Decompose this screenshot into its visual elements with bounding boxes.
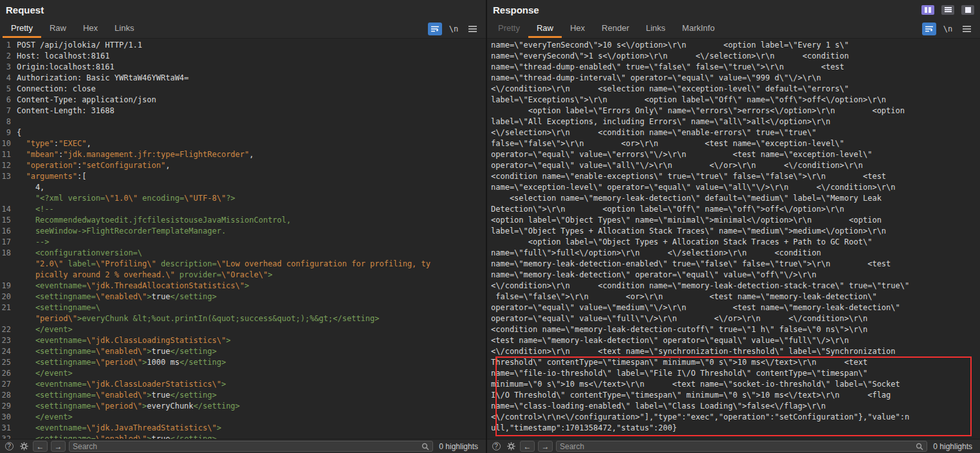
tab-response-hex[interactable]: Hex bbox=[562, 19, 593, 38]
code-line: 26 </event> bbox=[0, 368, 486, 379]
code-line: 11 "mbean":"jdk.management.jfr:type=Flig… bbox=[0, 149, 486, 160]
single-layout-button[interactable] bbox=[961, 5, 974, 15]
wrap-icon bbox=[925, 25, 934, 33]
code-line: false=\"false\">\r\n <or>\r\n <test name… bbox=[487, 291, 980, 302]
code-line: name=\"memory-leak-detection-enabled\" t… bbox=[487, 259, 980, 270]
code-line: 20 <settingname=\"enabled\">true</settin… bbox=[0, 291, 486, 302]
wrap-icon bbox=[430, 25, 439, 33]
code-line: 24 <settingname=\"enabled\">true</settin… bbox=[0, 346, 486, 357]
code-line: <test name=\"memory-leak-detection\" ope… bbox=[487, 335, 980, 346]
response-panel: Response Pretty Raw Hex Rende bbox=[487, 0, 980, 453]
code-line: name=\"memory-leak-detection\" operator=… bbox=[487, 270, 980, 281]
previous-match-button[interactable]: ← bbox=[520, 441, 535, 452]
response-panel-title: Response bbox=[493, 5, 539, 15]
editor-menu-button[interactable] bbox=[465, 23, 479, 35]
code-line: name=\"thread-dump-interval\" operator=\… bbox=[487, 73, 980, 84]
next-match-button[interactable]: → bbox=[51, 441, 66, 452]
code-line: 9{ bbox=[0, 127, 486, 138]
response-editor[interactable]: name=\"everyTenSecond\">10 s<\/option>\r… bbox=[487, 39, 980, 439]
response-search-bar: ? ← → bbox=[487, 439, 980, 453]
tab-response-links[interactable]: Links bbox=[638, 19, 674, 38]
response-editor-tools: \n bbox=[922, 19, 977, 38]
request-editor-tools: \n bbox=[428, 19, 483, 38]
tab-request-links[interactable]: Links bbox=[106, 19, 142, 38]
code-line: operator=\"equal\" value=\"medium\"\/>\r… bbox=[487, 302, 980, 313]
code-line: pically around 2 % overhead.\" provider=… bbox=[0, 270, 486, 281]
response-code: name=\"everyTenSecond\">10 s<\/option>\r… bbox=[487, 40, 980, 434]
code-line: 28 <settingname=\"enabled\">true</settin… bbox=[0, 390, 486, 401]
code-line: 15 Recommendedwaytoedit.jfcfilesistouseJ… bbox=[0, 215, 486, 226]
response-title-row: Response bbox=[487, 0, 980, 19]
code-line: label=\"Exceptions\">\r\n <option label=… bbox=[487, 95, 980, 106]
code-line: 17 --> bbox=[0, 237, 486, 248]
code-line: <condition name=\"memory-leak-detection-… bbox=[487, 324, 980, 335]
search-input[interactable] bbox=[560, 442, 916, 451]
newline-toggle-button[interactable]: \n bbox=[941, 23, 955, 35]
search-icon bbox=[916, 443, 923, 450]
code-line: 30 </event> bbox=[0, 412, 486, 423]
code-line: 2Host: localhost:8161 bbox=[0, 51, 486, 62]
code-line: false=\"false\">\r\n <or>\r\n <test name… bbox=[487, 138, 980, 149]
help-button[interactable]: ? bbox=[3, 441, 15, 452]
hamburger-menu-icon bbox=[963, 26, 971, 32]
code-line: 18 <configurationversion=\ bbox=[0, 248, 486, 259]
code-line: 5Connection: close bbox=[0, 84, 486, 95]
code-line: 6Content-Type: application/json bbox=[0, 95, 486, 106]
code-line: 31 <eventname=\"jdk.JavaThreadStatistics… bbox=[0, 423, 486, 434]
search-input[interactable] bbox=[73, 442, 421, 451]
gear-icon bbox=[20, 442, 28, 450]
response-tab-bar: Pretty Raw Hex Render Links MarkInfo bbox=[487, 19, 980, 39]
tab-response-markinfo[interactable]: MarkInfo bbox=[674, 19, 723, 38]
code-line: <option label=\"Errors Only\" name=\"err… bbox=[487, 106, 980, 116]
code-line: Threshold\" contentType=\"timespan\" min… bbox=[487, 357, 980, 368]
rows-layout-button[interactable] bbox=[941, 5, 954, 15]
code-line: 12 "operation":"setConfiguration", bbox=[0, 160, 486, 171]
single-layout-icon bbox=[965, 7, 971, 13]
code-line: 13 "arguments":[ bbox=[0, 171, 486, 182]
columns-layout-icon bbox=[925, 7, 927, 13]
code-line: name=\"everyTenSecond\">10 s<\/option>\r… bbox=[487, 40, 980, 51]
gear-icon bbox=[507, 442, 515, 450]
hamburger-menu-icon bbox=[468, 26, 477, 32]
code-line: 19 <eventname=\"jdk.ThreadAllocationStat… bbox=[0, 281, 486, 291]
code-line: name=\"exception-level\" operator=\"equa… bbox=[487, 182, 980, 193]
highlight-count: 0 highlights bbox=[930, 442, 977, 451]
code-line: <\/condition>\r\n <selection name=\"exce… bbox=[487, 84, 980, 95]
code-line: 4, bbox=[0, 182, 486, 193]
code-line: <condition name=\"enable-exceptions\" tr… bbox=[487, 171, 980, 182]
help-button[interactable]: ? bbox=[490, 441, 502, 452]
highlight-count: 0 highlights bbox=[436, 442, 483, 451]
code-line: <\/condition>\r\n <text name=\"synchroni… bbox=[487, 346, 980, 357]
code-line: 27 <eventname=\"jdk.ClassLoaderStatistic… bbox=[0, 379, 486, 390]
columns-layout-button[interactable] bbox=[921, 5, 934, 15]
editor-menu-button[interactable] bbox=[959, 23, 974, 35]
next-match-button[interactable]: → bbox=[538, 441, 553, 452]
code-line: <option label=\"Object Types\" name=\"mi… bbox=[487, 215, 980, 226]
response-search-field bbox=[556, 441, 927, 452]
wrap-toggle-button[interactable] bbox=[922, 23, 936, 35]
newline-toggle-button[interactable]: \n bbox=[447, 23, 461, 35]
search-settings-button[interactable] bbox=[505, 441, 517, 452]
code-line: "period\">everyChunk &lt;%out.printIn(&q… bbox=[0, 313, 486, 324]
tab-request-pretty[interactable]: Pretty bbox=[3, 19, 41, 38]
code-line: 22 </event> bbox=[0, 324, 486, 335]
tab-response-pretty[interactable]: Pretty bbox=[490, 19, 528, 38]
request-search-bar: ? ← → bbox=[0, 439, 486, 453]
code-line: 32 <settingname=\"enabled\">true</settin… bbox=[0, 434, 486, 439]
request-code: 1POST /api/jolokia/ HTTP/1.12Host: local… bbox=[0, 40, 486, 439]
code-line: 16 seeWindow->FlightRecorderTemplateMana… bbox=[0, 226, 486, 237]
tab-request-hex[interactable]: Hex bbox=[75, 19, 106, 38]
code-line: operator=\"equal\" value=\"errors\"\/>\r… bbox=[487, 149, 980, 160]
tab-response-render[interactable]: Render bbox=[593, 19, 638, 38]
code-line: 1POST /api/jolokia/ HTTP/1.1 bbox=[0, 40, 486, 51]
code-line: 4Authorization: Basic YWRtaW46YWRtaW4= bbox=[0, 73, 486, 84]
tab-request-raw[interactable]: Raw bbox=[41, 19, 75, 38]
previous-match-button[interactable]: ← bbox=[33, 441, 48, 452]
tab-response-raw[interactable]: Raw bbox=[528, 19, 562, 38]
wrap-toggle-button[interactable] bbox=[428, 23, 442, 35]
code-line: <\/condition>\r\n <condition name=\"memo… bbox=[487, 281, 980, 291]
code-line: <selection name=\"memory-leak-detection\… bbox=[487, 193, 980, 204]
request-editor[interactable]: 1POST /api/jolokia/ HTTP/1.12Host: local… bbox=[0, 39, 486, 439]
code-line: 21 <settingname=\ bbox=[0, 302, 486, 313]
search-settings-button[interactable] bbox=[18, 441, 30, 452]
